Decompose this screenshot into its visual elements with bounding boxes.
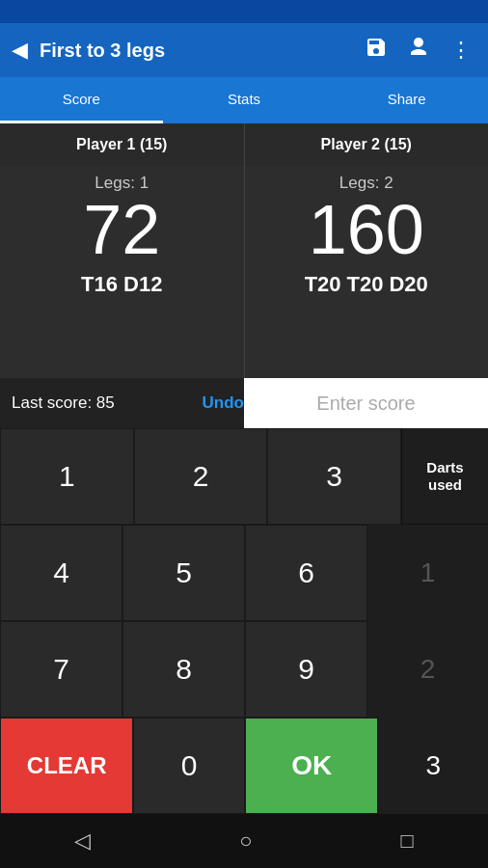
key-4[interactable]: 4 bbox=[0, 525, 122, 621]
player2-legs: Legs: 2 bbox=[339, 174, 393, 193]
player1-checkout-1: D12 bbox=[123, 272, 162, 297]
player1-checkout-0: T16 bbox=[81, 272, 118, 297]
darts-used-header: Darts used bbox=[402, 428, 488, 525]
player1-legs: Legs: 1 bbox=[95, 174, 149, 193]
keypad-row-2: 4 5 6 1 bbox=[0, 525, 488, 621]
last-score-bar: Last score: 85 Undo Enter score bbox=[0, 378, 488, 428]
keypad-row-1: 1 2 3 Darts used bbox=[0, 428, 488, 525]
darts-header-line1: Darts bbox=[426, 459, 463, 476]
player2-panel: Legs: 2 160 T20 T20 D20 bbox=[245, 166, 489, 378]
darts-option-2[interactable]: 2 bbox=[367, 621, 488, 718]
clear-button[interactable]: CLEAR bbox=[0, 718, 133, 814]
player2-checkout-2: D20 bbox=[389, 272, 427, 297]
player2-header: Player 2 (15) bbox=[245, 123, 489, 166]
key-8[interactable]: 8 bbox=[122, 621, 245, 718]
player1-header: Player 1 (15) bbox=[0, 123, 245, 166]
nav-app-icon[interactable]: □ bbox=[401, 828, 414, 854]
nav-bar: ◁ ○ □ bbox=[0, 814, 488, 868]
nav-back-icon[interactable]: ◁ bbox=[74, 828, 91, 854]
player2-score: 160 bbox=[309, 195, 424, 264]
player1-score: 72 bbox=[83, 195, 160, 264]
key-5[interactable]: 5 bbox=[122, 525, 245, 621]
nav-home-icon[interactable]: ○ bbox=[239, 828, 252, 854]
player1-checkouts: T16 D12 bbox=[81, 272, 162, 297]
back-button[interactable]: ◀ bbox=[12, 38, 28, 63]
tab-share[interactable]: Share bbox=[325, 77, 488, 123]
key-2[interactable]: 2 bbox=[134, 428, 268, 525]
last-score-text: Last score: 85 bbox=[0, 393, 203, 413]
players-score-area: Legs: 1 72 T16 D12 Legs: 2 160 T20 T20 D… bbox=[0, 166, 488, 378]
tab-score[interactable]: Score bbox=[0, 77, 163, 123]
player2-checkout-0: T20 bbox=[305, 272, 341, 297]
undo-button[interactable]: Undo bbox=[203, 393, 244, 413]
key-7[interactable]: 7 bbox=[0, 621, 122, 718]
tab-bar: Score Stats Share bbox=[0, 77, 488, 123]
darts-used-col: Darts used bbox=[401, 428, 488, 525]
keypad-row-3: 7 8 9 2 bbox=[0, 621, 488, 718]
enter-score-placeholder: Enter score bbox=[316, 393, 415, 415]
player1-panel: Legs: 1 72 T16 D12 bbox=[0, 166, 245, 378]
ok-button[interactable]: OK bbox=[245, 718, 378, 814]
enter-score-input[interactable]: Enter score bbox=[244, 378, 488, 428]
more-icon[interactable]: ⋮ bbox=[446, 38, 476, 63]
profile-icon[interactable] bbox=[403, 36, 434, 65]
key-0[interactable]: 0 bbox=[133, 718, 245, 814]
players-header: Player 1 (15) Player 2 (15) bbox=[0, 123, 488, 166]
player2-checkouts: T20 T20 D20 bbox=[305, 272, 428, 297]
player2-checkout-1: T20 bbox=[347, 272, 384, 297]
key-6[interactable]: 6 bbox=[245, 525, 367, 621]
tab-stats[interactable]: Stats bbox=[163, 77, 326, 123]
save-icon[interactable] bbox=[361, 36, 392, 65]
keypad-area: 1 2 3 Darts used 4 5 6 1 7 8 9 2 CLEAR 0… bbox=[0, 428, 488, 814]
top-bar: ◀ First to 3 legs ⋮ bbox=[0, 23, 488, 77]
darts-option-1[interactable]: 1 bbox=[367, 525, 488, 621]
key-3[interactable]: 3 bbox=[267, 428, 401, 525]
page-title: First to 3 legs bbox=[40, 40, 349, 62]
darts-option-3[interactable]: 3 bbox=[378, 718, 488, 814]
darts-header-line2: used bbox=[428, 476, 462, 494]
key-9[interactable]: 9 bbox=[245, 621, 367, 718]
key-1[interactable]: 1 bbox=[0, 428, 134, 525]
status-bar bbox=[0, 0, 488, 23]
keypad-row-4: CLEAR 0 OK 3 bbox=[0, 718, 488, 814]
